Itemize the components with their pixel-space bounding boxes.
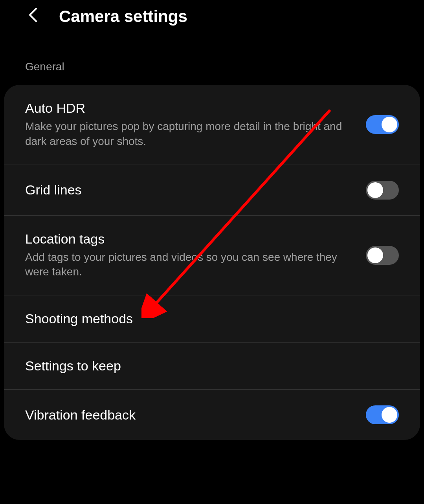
header: Camera settings <box>0 0 424 33</box>
setting-location-tags[interactable]: Location tags Add tags to your pictures … <box>4 216 420 296</box>
setting-title: Grid lines <box>25 182 354 198</box>
auto-hdr-toggle[interactable] <box>366 115 399 134</box>
vibration-feedback-toggle[interactable] <box>366 405 399 424</box>
section-label: General <box>0 33 424 81</box>
setting-text: Location tags Add tags to your pictures … <box>25 231 366 280</box>
settings-card: Auto HDR Make your pictures pop by captu… <box>4 85 420 440</box>
toggle-knob <box>382 117 397 132</box>
toggle-knob <box>367 247 383 263</box>
setting-text: Grid lines <box>25 182 366 198</box>
setting-grid-lines[interactable]: Grid lines <box>4 165 420 216</box>
setting-text: Vibration feedback <box>25 407 366 423</box>
setting-title: Settings to keep <box>25 358 387 374</box>
setting-auto-hdr[interactable]: Auto HDR Make your pictures pop by captu… <box>4 85 420 165</box>
setting-title: Location tags <box>25 231 354 247</box>
setting-vibration-feedback[interactable]: Vibration feedback <box>4 390 420 440</box>
setting-shooting-methods[interactable]: Shooting methods <box>4 295 420 343</box>
location-tags-toggle[interactable] <box>366 246 399 265</box>
setting-settings-to-keep[interactable]: Settings to keep <box>4 343 420 390</box>
page-title: Camera settings <box>59 7 187 26</box>
setting-description: Make your pictures pop by capturing more… <box>25 119 354 149</box>
toggle-knob <box>382 407 397 423</box>
setting-text: Settings to keep <box>25 358 399 374</box>
setting-text: Shooting methods <box>25 311 399 326</box>
setting-title: Shooting methods <box>25 311 387 326</box>
setting-title: Auto HDR <box>25 101 354 116</box>
toggle-knob <box>367 182 383 198</box>
back-icon[interactable] <box>27 9 39 21</box>
grid-lines-toggle[interactable] <box>366 181 399 200</box>
setting-title: Vibration feedback <box>25 407 354 423</box>
setting-description: Add tags to your pictures and videos so … <box>25 250 354 280</box>
setting-text: Auto HDR Make your pictures pop by captu… <box>25 101 366 149</box>
